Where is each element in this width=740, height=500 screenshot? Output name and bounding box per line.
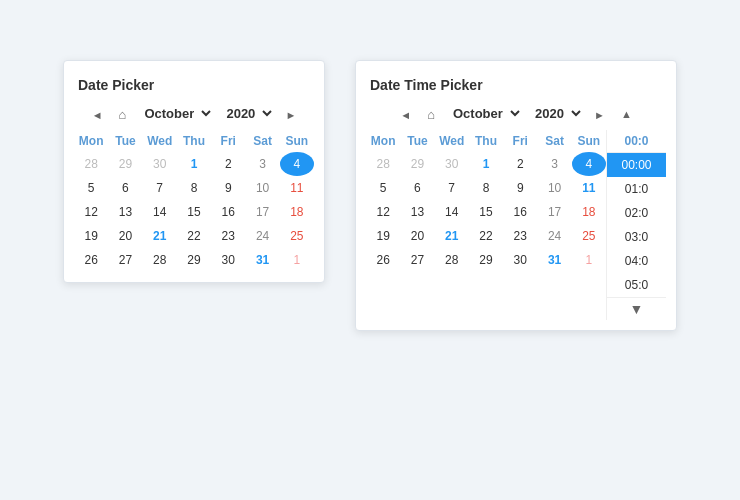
dt-day-cell[interactable]: 29: [400, 152, 434, 176]
dt-year-select[interactable]: 2020: [527, 103, 584, 124]
dt-weekday-sat: Sat: [537, 130, 571, 152]
dt-day-cell[interactable]: 10: [537, 176, 571, 200]
dt-weekday-sun: Sun: [572, 130, 606, 152]
time-scroll-area[interactable]: 00:00 01:0 02:0 03:0 04:0 05:0: [607, 153, 666, 297]
day-cell[interactable]: 24: [245, 224, 279, 248]
dt-day-cell[interactable]: 30: [503, 248, 537, 272]
time-cell-0200[interactable]: 02:0: [607, 201, 666, 225]
dt-day-cell[interactable]: 8: [469, 176, 503, 200]
dt-day-cell[interactable]: 23: [503, 224, 537, 248]
dt-day-cell[interactable]: 29: [469, 248, 503, 272]
dt-day-cell[interactable]: 19: [366, 224, 400, 248]
time-cell-0500[interactable]: 05:0: [607, 273, 666, 297]
day-cell[interactable]: 15: [177, 200, 211, 224]
today-button[interactable]: [113, 104, 133, 124]
day-cell[interactable]: 30: [211, 248, 245, 272]
time-cell-0000[interactable]: 00:00: [607, 153, 666, 177]
dt-day-cell[interactable]: 1: [469, 152, 503, 176]
day-cell[interactable]: 19: [74, 224, 108, 248]
dt-day-cell[interactable]: 28: [366, 152, 400, 176]
day-cell[interactable]: 22: [177, 224, 211, 248]
dt-day-cell[interactable]: 20: [400, 224, 434, 248]
dt-day-cell[interactable]: 7: [435, 176, 469, 200]
dt-week-row: 5 6 7 8 9 10 11: [366, 176, 606, 200]
dt-day-cell-selected[interactable]: 4: [572, 152, 606, 176]
day-cell[interactable]: 3: [245, 152, 279, 176]
dt-day-cell[interactable]: 1: [572, 248, 606, 272]
dt-day-cell[interactable]: 17: [537, 200, 571, 224]
day-cell[interactable]: 11: [280, 176, 314, 200]
day-cell[interactable]: 9: [211, 176, 245, 200]
dt-day-cell[interactable]: 6: [400, 176, 434, 200]
day-cell[interactable]: 17: [245, 200, 279, 224]
dt-weekday-wed: Wed: [435, 130, 469, 152]
prev-month-button[interactable]: [86, 104, 109, 124]
day-cell[interactable]: 13: [108, 200, 142, 224]
time-scroll-down-button[interactable]: [607, 297, 666, 320]
day-cell[interactable]: 28: [143, 248, 177, 272]
day-cell[interactable]: 1: [280, 248, 314, 272]
week-row: 26 27 28 29 30 31 1: [74, 248, 314, 272]
day-cell[interactable]: 27: [108, 248, 142, 272]
day-cell[interactable]: 20: [108, 224, 142, 248]
week-row: 19 20 21 22 23 24 25: [74, 224, 314, 248]
day-cell[interactable]: 30: [143, 152, 177, 176]
day-cell[interactable]: 26: [74, 248, 108, 272]
day-cell-today[interactable]: 21: [143, 224, 177, 248]
day-cell[interactable]: 12: [74, 200, 108, 224]
day-cell[interactable]: 6: [108, 176, 142, 200]
dt-day-cell[interactable]: 24: [537, 224, 571, 248]
dt-next-month-button[interactable]: [588, 104, 611, 124]
dt-weekday-fri: Fri: [503, 130, 537, 152]
dt-day-cell[interactable]: 27: [400, 248, 434, 272]
month-select[interactable]: October: [136, 103, 214, 124]
day-cell-selected[interactable]: 4: [280, 152, 314, 176]
next-month-button[interactable]: [279, 104, 302, 124]
day-cell[interactable]: 29: [108, 152, 142, 176]
dt-day-cell[interactable]: 22: [469, 224, 503, 248]
year-select[interactable]: 2020: [218, 103, 275, 124]
dt-day-cell[interactable]: 14: [435, 200, 469, 224]
dt-today-button[interactable]: [421, 104, 441, 124]
dt-day-cell[interactable]: 5: [366, 176, 400, 200]
dt-collapse-button[interactable]: ▲: [615, 106, 638, 122]
day-cell[interactable]: 29: [177, 248, 211, 272]
dt-day-cell[interactable]: 31: [537, 248, 571, 272]
day-cell[interactable]: 5: [74, 176, 108, 200]
weekday-fri: Fri: [211, 130, 245, 152]
dt-day-cell[interactable]: 15: [469, 200, 503, 224]
dt-day-cell-today[interactable]: 21: [435, 224, 469, 248]
dt-day-cell[interactable]: 25: [572, 224, 606, 248]
day-cell[interactable]: 28: [74, 152, 108, 176]
dt-month-year-selector: October 2020: [445, 103, 584, 124]
day-cell[interactable]: 1: [177, 152, 211, 176]
day-cell[interactable]: 18: [280, 200, 314, 224]
time-cell-0400[interactable]: 04:0: [607, 249, 666, 273]
day-cell[interactable]: 2: [211, 152, 245, 176]
week-row: 5 6 7 8 9 10 11: [74, 176, 314, 200]
dt-day-cell[interactable]: 3: [537, 152, 571, 176]
day-cell[interactable]: 31: [245, 248, 279, 272]
dt-month-select[interactable]: October: [445, 103, 523, 124]
day-cell[interactable]: 14: [143, 200, 177, 224]
dt-day-cell[interactable]: 12: [366, 200, 400, 224]
dt-day-cell[interactable]: 26: [366, 248, 400, 272]
dt-prev-month-button[interactable]: [394, 104, 417, 124]
dt-day-cell[interactable]: 2: [503, 152, 537, 176]
day-cell[interactable]: 7: [143, 176, 177, 200]
dt-day-cell[interactable]: 13: [400, 200, 434, 224]
day-cell[interactable]: 8: [177, 176, 211, 200]
datetime-picker-title: Date Time Picker: [366, 71, 666, 103]
dt-day-cell[interactable]: 11: [572, 176, 606, 200]
day-cell[interactable]: 16: [211, 200, 245, 224]
day-cell[interactable]: 25: [280, 224, 314, 248]
time-cell-0100[interactable]: 01:0: [607, 177, 666, 201]
dt-day-cell[interactable]: 28: [435, 248, 469, 272]
dt-day-cell[interactable]: 30: [435, 152, 469, 176]
day-cell[interactable]: 10: [245, 176, 279, 200]
dt-day-cell[interactable]: 16: [503, 200, 537, 224]
day-cell[interactable]: 23: [211, 224, 245, 248]
dt-day-cell[interactable]: 18: [572, 200, 606, 224]
dt-day-cell[interactable]: 9: [503, 176, 537, 200]
time-cell-0300[interactable]: 03:0: [607, 225, 666, 249]
